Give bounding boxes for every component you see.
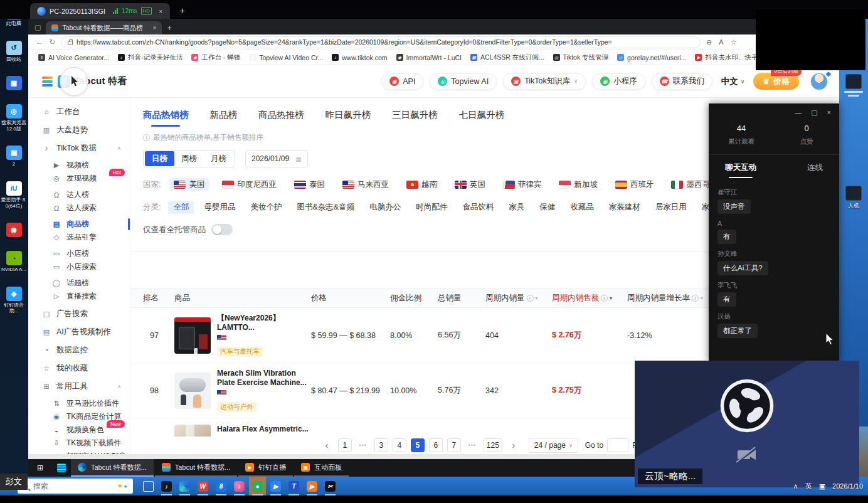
category-option[interactable]: 美妆个护 [245,201,287,214]
sidebar-item[interactable]: ▤ 商品榜 [28,218,130,231]
country-option[interactable]: 马来西亚 [338,178,393,191]
sidebar-item[interactable]: Ω 达人搜索 [28,201,130,214]
country-option[interactable]: 墨西哥 [667,178,714,191]
taskbar-app-icon[interactable]: ✂ [322,477,339,495]
tab-close-icon[interactable]: × [153,24,157,31]
search-input[interactable] [32,481,113,491]
managed-toggle[interactable] [211,224,233,235]
country-option[interactable]: 新加坡 [554,178,602,191]
table-header-cell[interactable]: 价格 [311,293,390,304]
close-session-icon[interactable]: × [159,8,162,15]
category-option[interactable]: 居家日用 [650,201,692,214]
browser-tab[interactable]: Tabcut 特看数据——商品榜 × [46,21,162,34]
taskbar-search[interactable]: ✦✦ [18,479,133,494]
page-button[interactable]: 125 [484,438,502,452]
sidebar-item[interactable]: ▶ 视频榜 Hot [28,159,130,172]
new-session-button[interactable]: + [180,6,185,16]
window-control-icon[interactable]: — [795,109,802,116]
taskbar-app-icon[interactable]: ♪ [158,477,175,495]
page-button[interactable]: 5 [411,438,425,452]
category-option[interactable]: 时尚配件 [411,201,452,214]
nav-pill-button[interactable]: ◎ Topview AI [430,73,497,90]
desktop-icon[interactable]: 人机 [842,186,865,210]
sidebar-item[interactable]: Ψ 超写实AI外语配音 [28,450,130,454]
category-option[interactable]: 保健 [534,201,560,214]
taskbar-app-icon[interactable]: 8 [213,477,230,495]
taskbar-app-icon[interactable]: W [194,477,211,495]
urlbar-action-icon[interactable]: ⊖ [706,38,712,46]
desktop-icon[interactable]: ◉ [1,223,27,237]
desktop-icon[interactable] [842,74,865,98]
desktop-icon[interactable]: ▦ [1,76,27,90]
bookmark-item[interactable]: ◎ Tiktok 专线管理 [549,53,613,62]
url-text[interactable]: https://www.tabcut.com/zh-CN/ranking/goo… [77,38,694,46]
bookmark-item[interactable]: ♪ 抖音-记录美好生活 [114,53,187,62]
taskbar-task-button[interactable]: Tabcut 特看数据... [71,459,154,477]
pricing-button[interactable]: ♛ 价格 9日后到期 [753,73,799,90]
sidebar-item[interactable]: ▷ 直播搜索 [28,290,130,303]
taskbar-app-icon[interactable]: ● [249,477,266,495]
page-button[interactable]: ••• [356,438,370,452]
tray-icon[interactable]: 英 [805,482,812,491]
date-picker[interactable]: 2026/01/09 ▦ [245,150,308,167]
bookmark-item[interactable]: ▦ ACL4SSR 在线订阅... [467,53,548,62]
sidebar-item[interactable]: ⌂ 工作台 [28,104,130,119]
bookmark-item[interactable]: ◆ 工作台 - 蝉镜 [188,53,244,62]
table-header-cell[interactable]: 周期内销售额 ▾ [552,293,627,304]
ranking-tab[interactable]: 昨日飙升榜 [326,109,371,127]
taskbar-app-icon[interactable]: ▶ [267,477,284,495]
sidebar-item[interactable]: ⊞ 常用工具 ∧ [28,379,130,394]
nav-pill-button[interactable]: ◉ 小程序 [592,73,645,90]
ranking-tab[interactable]: 七日飙升榜 [459,109,505,127]
country-option[interactable]: 英国 [450,178,490,191]
country-option[interactable]: 泰国 [290,178,329,191]
ranking-tab[interactable]: 新品榜 [210,109,238,127]
ranking-tab[interactable]: 三日飙升榜 [392,109,438,127]
period-option[interactable]: 日榜 [145,151,174,166]
product-image[interactable] [174,373,211,409]
product-title[interactable]: Halara Flex Asymmetric... [217,425,309,434]
desktop-icon[interactable]: ◎ 搜索浏览器 12.0版 [1,104,27,132]
country-option[interactable]: 越南 [402,178,442,191]
ranking-tab[interactable]: 商品热推榜 [258,109,304,127]
page-button[interactable]: 7 [447,438,461,452]
category-option[interactable]: 图书&杂志&音频 [292,201,359,214]
category-option[interactable]: 收藏品 [565,201,599,214]
sidebar-item[interactable]: ◯ 话题榜 [28,277,130,290]
nav-pill-button[interactable]: ▣ TikTok知识库 ∨ [503,73,586,90]
taskbar-app-icon[interactable] [140,477,157,495]
desktop-icon[interactable]: ◈ 钉钉语音助... [1,287,27,314]
category-option[interactable]: 母婴用品 [199,201,240,214]
bookmark-item[interactable]: ‖ AI Voice Generator... [34,54,113,61]
category-option[interactable]: 家具 [504,201,529,214]
new-tab-button[interactable]: + [167,23,172,33]
sort-caret-icon[interactable]: ▾ [536,295,538,301]
sidebar-item[interactable]: ⇩ TK视频下载插件 [28,437,130,450]
country-option[interactable]: 菲律宾 [499,178,546,191]
ranking-tab[interactable]: 商品热销榜 [143,109,189,127]
sidebar-item[interactable]: ⇅ 亚马逊比价插件 [28,397,130,410]
taskbar-app-icon[interactable]: ♪ [231,477,248,495]
sidebar-item[interactable]: ▭ 小店榜 [28,247,130,260]
taskbar-app-icon[interactable]: ▶ [304,477,320,495]
page-button[interactable]: ‹ [320,438,334,452]
table-header-cell[interactable]: 商品 [174,293,311,304]
sidebar-item[interactable]: ▥ 大盘趋势 [28,122,130,137]
page-button[interactable]: 3 [374,438,388,452]
tray-icon[interactable]: ∧ [793,482,798,490]
start-button[interactable]: ⊞ [28,463,52,472]
pinned-app-icon[interactable] [52,463,71,472]
sidebar-item[interactable]: ▤ AI广告视频制作 [28,324,130,339]
sort-caret-icon[interactable]: ▾ [610,295,612,301]
desktop-icon[interactable]: ▣ 2 [1,146,27,167]
desktop-icon[interactable]: iU 爱思助手 8.0(64位) [1,181,27,209]
tray-date[interactable]: 2026/1/10 [832,482,863,490]
category-option[interactable]: 全部 [168,201,194,214]
page-button[interactable]: 1 [338,438,352,452]
product-image[interactable] [174,317,211,354]
table-header-cell[interactable]: 周期内销量增长率 ▾ [627,293,709,304]
chat-tab[interactable]: 连线 [807,162,823,178]
bookmark-item[interactable]: ◉ ImmortalWrt - LuCI [393,54,465,61]
remote-session-tab[interactable]: PC-20250113ISGI 12ms HD × [30,3,170,19]
desktop-icon[interactable]: ↺ 回收站 [1,41,27,63]
